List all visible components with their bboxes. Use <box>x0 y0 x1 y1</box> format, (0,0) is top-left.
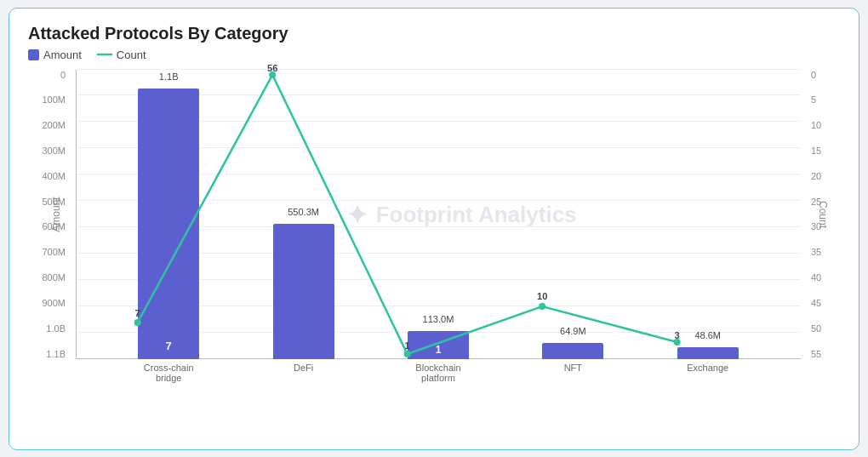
bar-count-blockchain: 1 <box>436 344 442 356</box>
chart-inner: ✦ Footprint Analytics <box>76 70 801 359</box>
bar-blockchain: 1 <box>408 331 469 359</box>
x-label-nft: NFT <box>542 363 603 383</box>
x-label-exchange: Exchange <box>677 363 739 383</box>
bar-value-crosschain: 1.1B <box>159 71 179 82</box>
bar-value-defi: 550.3M <box>288 207 319 217</box>
bar-value-nft: 64.9M <box>560 326 586 336</box>
bar-nft <box>542 343 603 359</box>
bar-group-defi: 550.3M <box>273 224 334 359</box>
y-label-left: Amount <box>50 197 62 231</box>
bar-exchange <box>677 347 739 359</box>
bar-group-exchange: 48.6M <box>677 347 739 359</box>
bar-value-exchange: 48.6M <box>694 330 721 340</box>
chart-area: 1.1B 1.0B 900M 800M 700M 600M 500M 400M … <box>28 70 840 402</box>
x-label-blockchain: Blockchain platform <box>408 363 469 383</box>
legend-count: Count <box>97 49 146 61</box>
chart-title: Attacked Protocols By Category <box>28 24 840 43</box>
legend-amount: Amount <box>28 49 82 61</box>
bar-count-crosschain: 7 <box>166 340 172 352</box>
bar-group-blockchain: 113.0M 1 <box>408 331 469 359</box>
x-label-crosschain: Cross-chain bridge <box>138 363 199 383</box>
bar-group-crosschain: 1.1B 7 <box>138 89 199 359</box>
bar-value-blockchain: 113.0M <box>423 314 454 324</box>
y-label-right: Count <box>817 200 829 227</box>
bars-container: 1.1B 7 550.3M 113.0M 1 <box>76 70 801 359</box>
x-label-defi: DeFi <box>273 363 334 383</box>
bar-crosschain: 7 <box>138 89 199 359</box>
legend-amount-label: Amount <box>43 49 82 61</box>
legend-count-line-icon <box>97 49 112 60</box>
legend-count-label: Count <box>117 49 146 61</box>
legend-amount-box <box>28 49 39 60</box>
chart-card: Attacked Protocols By Category Amount Co… <box>9 8 859 450</box>
bar-defi <box>273 224 334 359</box>
bar-group-nft: 64.9M <box>542 343 603 359</box>
x-axis-labels: Cross-chain bridge DeFi Blockchain platf… <box>76 363 801 383</box>
chart-legend: Amount Count <box>28 49 840 61</box>
